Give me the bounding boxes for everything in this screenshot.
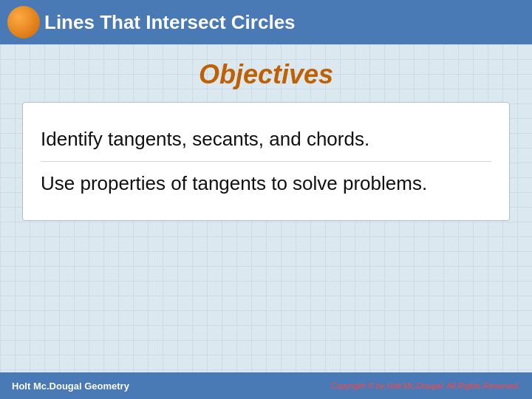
slide: Lines That Intersect Circles Objectives … bbox=[0, 0, 532, 399]
circle-icon bbox=[7, 6, 40, 38]
objectives-title: Objectives bbox=[199, 59, 333, 90]
objective-item-1: Identify tangents, secants, and chords. bbox=[41, 117, 491, 162]
header: Lines That Intersect Circles bbox=[0, 0, 532, 44]
header-icon-container bbox=[7, 6, 40, 38]
footer: Holt Mc.Dougal Geometry Copyright © by H… bbox=[0, 372, 532, 399]
header-title: Lines That Intersect Circles bbox=[44, 11, 296, 34]
objective-item-2: Use properties of tangents to solve prob… bbox=[41, 162, 491, 205]
main-content: Objectives Identify tangents, secants, a… bbox=[0, 44, 532, 399]
objectives-box: Identify tangents, secants, and chords. … bbox=[22, 102, 510, 221]
footer-right: Copyright © by Holt Mc.Dougal. All Right… bbox=[330, 381, 520, 390]
footer-left: Holt Mc.Dougal Geometry bbox=[12, 381, 129, 392]
